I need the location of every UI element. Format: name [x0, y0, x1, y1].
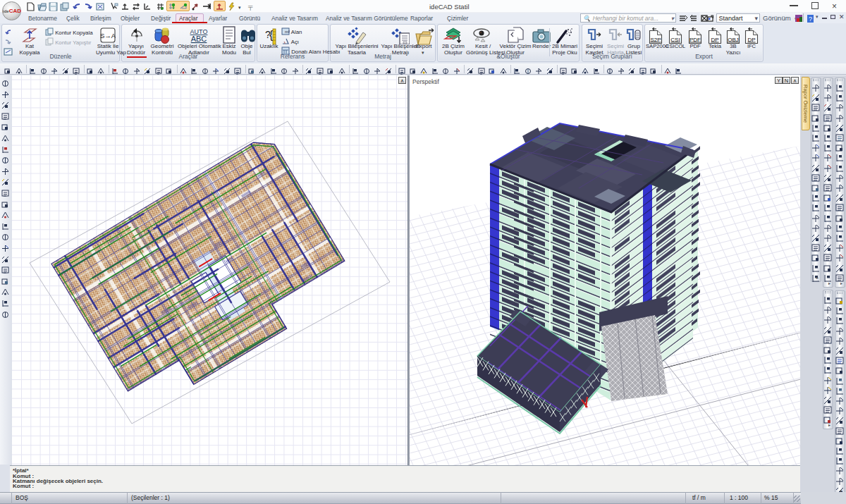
svg-text:DP: DP: [747, 37, 755, 43]
svg-text:?: ?: [809, 16, 812, 23]
svg-text:S→A: S→A: [100, 32, 116, 39]
svg-text:OBJ: OBJ: [728, 37, 739, 43]
svg-text:m²: m²: [285, 30, 290, 34]
svg-text:ABC: ABC: [191, 35, 207, 43]
svg-text:S2P: S2P: [650, 37, 661, 43]
svg-text:DP: DP: [711, 37, 718, 43]
svg-text:PDF: PDF: [689, 37, 701, 43]
svg-text:CSI: CSI: [670, 37, 680, 43]
